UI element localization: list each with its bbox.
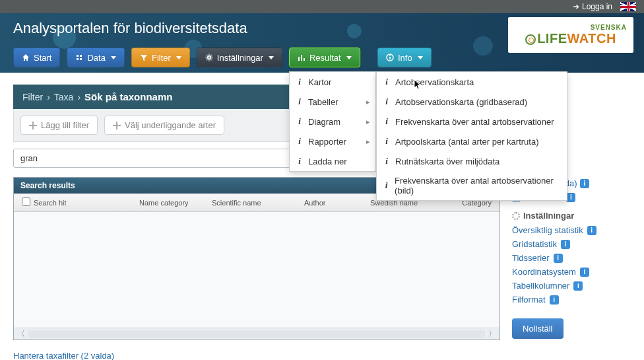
plus-icon xyxy=(113,122,121,129)
info-badge-icon[interactable]: i xyxy=(580,179,589,188)
info-badge-icon[interactable]: i xyxy=(550,295,559,305)
results-panel: Search results Search hit Name category … xyxy=(13,177,500,340)
svg-rect-1 xyxy=(389,57,391,59)
menu-item-diagram[interactable]: iDiagram▸ xyxy=(290,112,375,131)
nav-data[interactable]: Data xyxy=(67,48,124,67)
info-icon: i xyxy=(383,180,389,191)
svg-rect-2 xyxy=(389,55,391,57)
gear-icon xyxy=(205,54,213,61)
submenu-rutnatskarta[interactable]: iRutnätskarta över miljödata xyxy=(377,151,567,171)
info-icon: i xyxy=(383,136,390,147)
submenu-artobservationskarta-grid[interactable]: iArtobservationskarta (gridbaserad) xyxy=(377,92,567,112)
caret-icon xyxy=(176,56,181,59)
results-body xyxy=(14,212,499,328)
col-scientific-name[interactable]: Scientific name xyxy=(209,198,302,208)
nav-data-label: Data xyxy=(87,53,105,63)
submenu-frekvenskarta[interactable]: iFrekvenskarta över antal artobservation… xyxy=(377,112,567,131)
nav-info-label: Info xyxy=(398,53,412,63)
info-icon: i xyxy=(296,96,303,107)
nav-filter-label: Filter xyxy=(152,53,171,63)
nav-info[interactable]: Info xyxy=(377,48,432,67)
col-name-category[interactable]: Name category xyxy=(137,198,209,208)
nav-settings[interactable]: Inställningar xyxy=(197,48,282,67)
side-link-fileformat[interactable]: Filformati xyxy=(512,293,631,306)
crumb-sep: › xyxy=(47,92,50,102)
submenu-artpoolskarta[interactable]: iArtpoolskarta (antal arter per kartruta… xyxy=(377,131,567,151)
title-strong: Analysportalen xyxy=(13,20,110,36)
login-label: Logga in xyxy=(582,2,612,11)
info-badge-icon[interactable]: i xyxy=(580,268,589,277)
logo[interactable]: SVENSKA LIFEWATCH xyxy=(508,17,633,53)
language-flag-uk[interactable] xyxy=(620,2,636,11)
select-underlying-label: Välj underliggande arter xyxy=(125,120,216,130)
data-icon xyxy=(75,54,83,61)
info-icon: i xyxy=(383,77,390,87)
side-link-overview[interactable]: Översiktlig statistiki xyxy=(512,223,631,237)
info-icon: i xyxy=(296,116,303,127)
navbar: Start Data Filter Inställningar Resultat… xyxy=(13,48,360,67)
info-badge-icon[interactable]: i xyxy=(561,240,570,249)
menu-result: iKartor iTabeller▸ iDiagram▸ iRapporter▸… xyxy=(289,71,376,172)
menu-kartor: iArtobservationskarta iArtobservationska… xyxy=(376,71,567,201)
side-link-timeseries[interactable]: Tidsserieri xyxy=(512,251,631,265)
col-search-hit[interactable]: Search hit xyxy=(31,198,137,208)
select-all-checkbox[interactable] xyxy=(22,198,30,206)
chevron-right-icon: ▸ xyxy=(366,118,370,126)
filter-icon xyxy=(140,54,148,61)
info-badge-icon[interactable]: i xyxy=(554,254,563,263)
info-icon: i xyxy=(296,77,303,87)
side-settings-heading: Inställningar xyxy=(512,211,631,221)
info-badge-icon[interactable]: i xyxy=(566,193,575,202)
manage-taxa-link[interactable]: Hantera taxafilter (2 valda) xyxy=(13,351,500,360)
add-filter-button[interactable]: Lägg till filter xyxy=(20,116,98,135)
submenu-artobservationskarta[interactable]: iArtobservationskarta xyxy=(377,72,567,92)
select-underlying-button[interactable]: Välj underliggande arter xyxy=(104,116,224,135)
chevron-right-icon: ▸ xyxy=(366,98,370,106)
login-icon: ➜ xyxy=(573,2,579,11)
nav-result[interactable]: Resultat xyxy=(289,48,360,67)
chart-icon xyxy=(298,54,306,61)
crumb-filter[interactable]: Filter xyxy=(22,92,43,102)
menu-item-tabeller[interactable]: iTabeller▸ xyxy=(290,92,375,112)
info-icon: i xyxy=(296,156,303,166)
menu-item-kartor[interactable]: iKartor xyxy=(290,72,375,92)
reset-button[interactable]: Nollställ xyxy=(512,318,564,339)
scroll-left-icon[interactable]: 〈 xyxy=(16,330,26,339)
info-icon: i xyxy=(296,136,303,147)
crumb-taxa[interactable]: Taxa xyxy=(54,92,74,102)
login-link[interactable]: ➜ Logga in xyxy=(573,2,612,11)
submenu-frekvenskarta-bild[interactable]: iFrekvenskarta över antal artobservation… xyxy=(377,171,567,200)
title-light: för biodiversitetsdata xyxy=(113,20,247,36)
info-icon: i xyxy=(383,96,390,107)
nav-settings-label: Inställningar xyxy=(217,53,263,63)
horizontal-scrollbar[interactable]: 〈 〉 xyxy=(14,328,499,340)
crumb-current: Sök på taxonnamn xyxy=(84,91,172,102)
topbar: ➜ Logga in xyxy=(0,0,644,13)
info-icon: i xyxy=(383,156,390,166)
nav-start[interactable]: Start xyxy=(13,48,60,67)
menu-item-rapporter[interactable]: iRapporter▸ xyxy=(290,131,375,151)
nav-filter[interactable]: Filter xyxy=(131,48,190,67)
home-icon xyxy=(22,54,30,61)
info-icon xyxy=(386,54,394,61)
scroll-right-icon[interactable]: 〉 xyxy=(488,330,497,339)
info-badge-icon[interactable]: i xyxy=(587,226,596,235)
side-link-tablecols[interactable]: Tabellkolumneri xyxy=(512,279,631,293)
gear-icon xyxy=(512,212,520,220)
caret-icon xyxy=(418,56,423,59)
header: Analysportalen för biodiversitetsdata SV… xyxy=(0,13,644,73)
scroll-track[interactable] xyxy=(28,330,485,338)
side-link-gridstat[interactable]: Gridstatistiki xyxy=(512,237,631,251)
caret-icon xyxy=(346,56,352,59)
nav-start-label: Start xyxy=(34,53,51,63)
caret-icon xyxy=(111,56,116,59)
menu-item-ladda-ner[interactable]: iLadda ner xyxy=(290,151,375,171)
caret-icon xyxy=(269,56,274,59)
col-author[interactable]: Author xyxy=(302,198,368,208)
side-link-coordsys[interactable]: Koordinatsystemi xyxy=(512,265,631,279)
chevron-right-icon: ▸ xyxy=(366,137,370,146)
info-badge-icon[interactable]: i xyxy=(573,281,583,291)
add-filter-label: Lägg till filter xyxy=(41,120,89,130)
info-icon: i xyxy=(383,116,390,127)
logo-main: LIFEWATCH xyxy=(525,31,616,46)
